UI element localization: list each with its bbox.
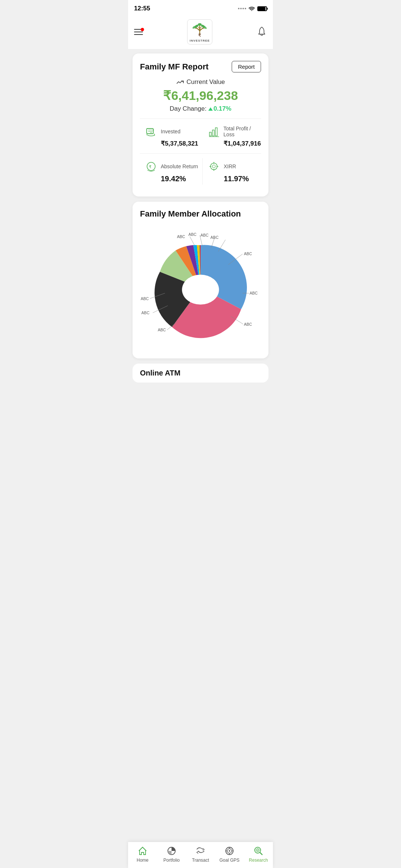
svg-text:₹: ₹ bbox=[198, 33, 201, 38]
stat-return: ₹ Absolute Return 19.42% bbox=[140, 154, 202, 189]
profit-value: ₹1,04,37,916 bbox=[207, 140, 261, 147]
invested-value: ₹5,37,58,321 bbox=[144, 140, 198, 147]
mf-report-header: Family MF Report Report bbox=[140, 61, 261, 72]
xirr-value: 11.97% bbox=[207, 175, 249, 183]
svg-text:ABC: ABC bbox=[188, 232, 196, 237]
main-content: Family MF Report Report Current Value ₹6… bbox=[128, 49, 273, 412]
stat-xirr: XIRR 11.97% bbox=[203, 154, 253, 189]
current-value-amount: ₹6,41,96,238 bbox=[140, 88, 261, 103]
status-time: 12:55 bbox=[134, 5, 150, 12]
battery-icon bbox=[257, 6, 267, 11]
day-change: Day Change: 0.17% bbox=[140, 105, 261, 113]
app-header: ₹ INVESTREE bbox=[128, 16, 273, 49]
notification-button[interactable] bbox=[257, 26, 267, 38]
day-change-value: 0.17% bbox=[208, 105, 231, 112]
svg-line-30 bbox=[190, 237, 195, 247]
up-arrow-icon bbox=[208, 107, 213, 111]
status-icons bbox=[238, 6, 267, 11]
svg-text:ABC: ABC bbox=[244, 251, 252, 256]
svg-text:ABC: ABC bbox=[158, 328, 166, 332]
svg-point-14 bbox=[211, 163, 217, 170]
wifi-icon bbox=[248, 6, 255, 11]
online-atm-label: Online ATM bbox=[140, 369, 180, 377]
current-value-label: Current Value bbox=[140, 78, 261, 86]
return-value: 19.42% bbox=[144, 175, 198, 183]
menu-button[interactable] bbox=[134, 29, 143, 35]
current-value-section: Current Value ₹6,41,96,238 Day Change: 0… bbox=[140, 78, 261, 113]
stat-invested: Invested ₹5,37,58,321 bbox=[140, 119, 203, 153]
svg-rect-10 bbox=[212, 130, 214, 136]
svg-point-21 bbox=[183, 277, 218, 304]
svg-text:ABC: ABC bbox=[244, 322, 252, 326]
mf-report-card: Family MF Report Report Current Value ₹6… bbox=[133, 53, 268, 196]
stat-profit: Total Profit / Loss ₹1,04,37,916 bbox=[203, 119, 265, 153]
stats-row-1: Invested ₹5,37,58,321 Total Pr bbox=[140, 119, 261, 153]
return-label: Absolute Return bbox=[161, 163, 198, 169]
svg-text:ABC: ABC bbox=[141, 296, 149, 301]
stats-grid: Invested ₹5,37,58,321 Total Pr bbox=[140, 118, 261, 189]
online-atm-section: Online ATM bbox=[133, 364, 268, 383]
app-logo: ₹ INVESTREE bbox=[187, 19, 212, 45]
menu-notification-dot bbox=[141, 28, 144, 31]
svg-text:ABC: ABC bbox=[177, 234, 185, 239]
svg-text:₹: ₹ bbox=[149, 165, 151, 169]
svg-point-15 bbox=[212, 165, 215, 168]
pie-chart-svg: ABC ABC ABC ABC ABC ABC ABC ABC bbox=[140, 228, 261, 347]
mf-report-title: Family MF Report bbox=[140, 62, 209, 72]
svg-rect-11 bbox=[215, 128, 217, 136]
status-bar: 12:55 bbox=[128, 0, 273, 16]
logo-text: INVESTREE bbox=[190, 39, 210, 42]
xirr-label: XIRR bbox=[224, 163, 236, 169]
invested-label: Invested bbox=[161, 129, 180, 134]
svg-text:ABC: ABC bbox=[211, 235, 219, 240]
profit-label: Total Profit / Loss bbox=[224, 126, 261, 137]
svg-text:ABC: ABC bbox=[250, 291, 258, 295]
allocation-title: Family Member Allocation bbox=[140, 209, 261, 219]
svg-text:ABC: ABC bbox=[200, 233, 209, 237]
report-button[interactable]: Report bbox=[232, 61, 261, 72]
stats-row-2: ₹ Absolute Return 19.42% bbox=[140, 154, 261, 189]
allocation-card: Family Member Allocation bbox=[133, 202, 268, 358]
allocation-chart: ABC ABC ABC ABC ABC ABC ABC ABC bbox=[140, 225, 261, 351]
svg-point-6 bbox=[198, 23, 202, 25]
svg-text:ABC: ABC bbox=[141, 311, 150, 315]
svg-rect-9 bbox=[209, 132, 211, 136]
signal-icon bbox=[238, 8, 246, 9]
